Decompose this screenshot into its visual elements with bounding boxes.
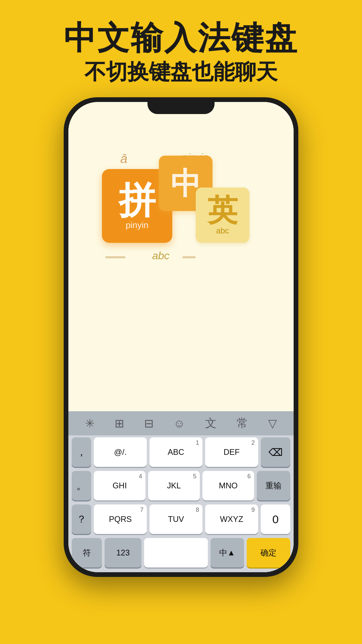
key-tuv[interactable]: 8 TUV bbox=[149, 504, 202, 534]
key-def[interactable]: 2 DEF bbox=[205, 437, 258, 467]
keyboard-area: ✳ ⊞ ⊟ ☺ 文 常 ▽ ， @/. bbox=[68, 411, 294, 572]
key-jkl[interactable]: 5 JKL bbox=[148, 471, 200, 500]
toolbar-icon-text[interactable]: 文 bbox=[205, 416, 217, 431]
screen-content: ā pinyin 拼 pinyin 中 英 abc bbox=[68, 102, 294, 572]
phone-outer: ā pinyin 拼 pinyin 中 英 abc bbox=[64, 97, 298, 577]
key-comma-label: ， bbox=[76, 445, 86, 459]
key-wxyz[interactable]: 9 WXYZ bbox=[205, 504, 258, 534]
header: 中文输入法键盘 不切换键盘也能聊天 bbox=[0, 0, 362, 85]
key-mno-label: MNO bbox=[219, 481, 238, 490]
key-period-label: 。 bbox=[76, 479, 86, 493]
phone-mockup: ā pinyin 拼 pinyin 中 英 abc bbox=[64, 97, 298, 594]
key-123[interactable]: 123 bbox=[105, 538, 141, 568]
key-mno-num: 6 bbox=[247, 473, 251, 480]
key-tuv-num: 8 bbox=[196, 506, 199, 514]
float-abc-label: abc bbox=[152, 250, 170, 262]
key-comma[interactable]: ， bbox=[72, 437, 91, 467]
key-ying[interactable]: 英 abc bbox=[196, 187, 249, 243]
pinyin-label: pinyin bbox=[126, 220, 148, 230]
key-period[interactable]: 。 bbox=[72, 471, 91, 500]
key-ghi[interactable]: 4 GHI bbox=[94, 471, 145, 500]
key-wxyz-num: 9 bbox=[251, 506, 255, 514]
ying-label: abc bbox=[216, 226, 229, 235]
keyboard-row-2: 。 4 GHI 5 JKL 6 MNO bbox=[68, 469, 294, 502]
key-at-label: @/. bbox=[114, 447, 127, 457]
key-jkl-num: 5 bbox=[193, 473, 196, 480]
ying-char: 英 bbox=[207, 195, 238, 225]
key-question-label: ？ bbox=[76, 513, 86, 526]
key-123-label: 123 bbox=[116, 548, 130, 557]
phone-screen: ā pinyin 拼 pinyin 中 英 abc bbox=[68, 102, 294, 572]
key-pqrs-num: 7 bbox=[140, 506, 143, 514]
key-mno[interactable]: 6 MNO bbox=[202, 471, 254, 500]
pinyin-char: 拼 bbox=[119, 182, 156, 219]
key-zero-label: 0 bbox=[273, 513, 279, 526]
toolbar-icon-common[interactable]: 常 bbox=[237, 416, 248, 431]
key-abc[interactable]: 1 ABC bbox=[149, 437, 202, 467]
key-abc-label: ABC bbox=[168, 447, 184, 457]
key-backspace[interactable]: ⌫ bbox=[261, 437, 290, 467]
key-wxyz-label: WXYZ bbox=[220, 515, 243, 524]
toolbar-icon-cmd[interactable]: ✳ bbox=[85, 417, 95, 430]
title-sub: 不切换键盘也能聊天 bbox=[0, 59, 362, 85]
keyboard-row-1: ， @/. 1 ABC 2 DEF bbox=[68, 435, 294, 469]
dash-left bbox=[105, 256, 125, 258]
toolbar-icon-menu[interactable]: ⊟ bbox=[144, 417, 154, 430]
key-zero[interactable]: 0 bbox=[261, 504, 290, 534]
key-reenter[interactable]: 重输 bbox=[257, 471, 290, 500]
key-fu-label: 符 bbox=[83, 547, 91, 558]
key-confirm-label: 确定 bbox=[260, 547, 277, 558]
key-abc-num: 1 bbox=[196, 439, 199, 446]
key-question[interactable]: ？ bbox=[72, 504, 91, 534]
key-pqrs[interactable]: 7 PQRS bbox=[94, 504, 147, 534]
key-fu[interactable]: 符 bbox=[72, 538, 102, 568]
toolbar-icon-down[interactable]: ▽ bbox=[268, 417, 277, 430]
toolbar-icon-emoji[interactable]: ☺ bbox=[174, 417, 185, 430]
key-def-label: DEF bbox=[224, 447, 240, 457]
float-a-bar-label: ā bbox=[120, 152, 127, 166]
backspace-icon: ⌫ bbox=[268, 446, 283, 458]
keyboard-toolbar: ✳ ⊞ ⊟ ☺ 文 常 ▽ bbox=[68, 411, 294, 435]
key-zhong-label: 中▲ bbox=[219, 547, 235, 558]
phone-notch bbox=[147, 102, 215, 114]
key-zhong-switch[interactable]: 中▲ bbox=[210, 538, 244, 568]
key-tuv-label: TUV bbox=[168, 515, 184, 524]
key-jkl-label: JKL bbox=[167, 481, 181, 490]
key-ghi-label: GHI bbox=[113, 481, 127, 490]
key-ghi-num: 4 bbox=[139, 473, 142, 480]
key-pqrs-label: PQRS bbox=[109, 515, 132, 524]
key-at[interactable]: @/. bbox=[94, 437, 147, 467]
key-space[interactable] bbox=[144, 538, 208, 568]
dash-right bbox=[182, 256, 196, 258]
key-confirm[interactable]: 确定 bbox=[247, 538, 290, 568]
keyboard-row-bottom: 符 123 中▲ 确定 bbox=[68, 536, 294, 572]
toolbar-icon-grid[interactable]: ⊞ bbox=[115, 417, 124, 430]
key-def-num: 2 bbox=[251, 439, 255, 446]
keys-area: ā pinyin 拼 pinyin 中 英 abc bbox=[68, 102, 294, 411]
title-main: 中文输入法键盘 bbox=[0, 20, 362, 56]
keyboard-row-3: ？ 7 PQRS 8 TUV 9 WXYZ bbox=[68, 502, 294, 536]
key-reenter-label: 重输 bbox=[265, 480, 282, 491]
